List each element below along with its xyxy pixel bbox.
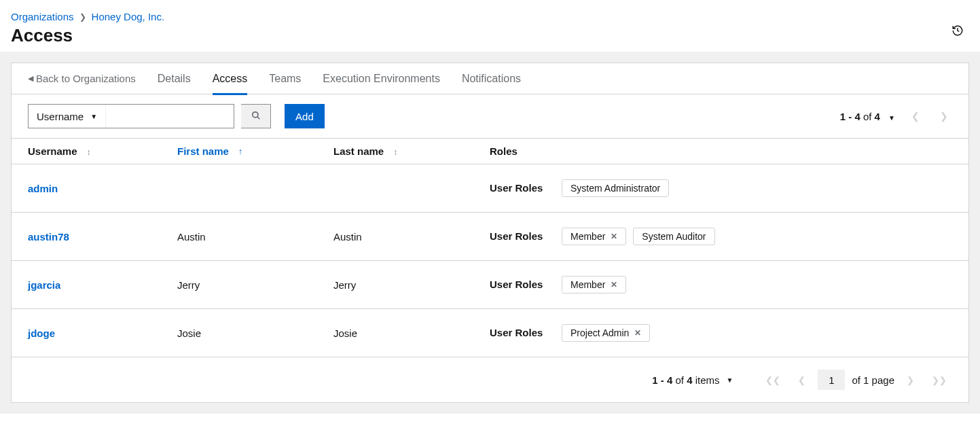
pager-last[interactable]: ❯❯ [926,375,952,385]
role-chip-label: Project Admin [570,327,629,338]
tab-execution-environments[interactable]: Execution Environments [323,63,440,94]
pager-top-text: 1 - 4 of 4 ▼ [840,111,895,122]
cell-roles: User RolesMember✕System Auditor [490,228,952,245]
caret-left-icon: ◀ [28,74,33,83]
content-area: ◀ Back to Organizations Details Access T… [0,52,980,414]
tab-teams[interactable]: Teams [269,63,301,94]
filter-field-select[interactable]: Username ▼ [29,105,106,128]
svg-point-0 [252,111,257,117]
roles-label: User Roles [490,327,548,338]
pager-prev[interactable]: ❮ [793,375,811,385]
filter-field-label: Username [37,111,84,122]
pager-next[interactable]: ❯ [901,375,920,385]
cell-roles: User RolesSystem Administrator [490,179,952,197]
pager-prev[interactable]: ❮ [907,111,924,122]
role-chip: Member✕ [562,228,626,245]
cell-last-name: Josie [333,327,490,339]
cell-first-name: Josie [177,327,333,339]
th-roles: Roles [490,145,952,157]
roles-label: User Roles [490,230,548,242]
sort-asc-icon: ↑ [238,146,243,156]
role-chip-label: Member [570,231,605,242]
close-icon[interactable]: ✕ [611,280,617,289]
user-link[interactable]: admin [28,183,58,194]
table-row: austin78AustinAustinUser RolesMember✕Sys… [12,213,968,261]
th-username[interactable]: Username↕ [28,145,177,157]
user-link[interactable]: austin78 [28,231,69,243]
pager-next[interactable]: ❯ [936,111,952,122]
cell-last-name: Jerry [333,279,490,291]
svg-line-1 [257,116,259,119]
cell-roles: User RolesMember✕ [490,276,952,293]
roles-label: User Roles [490,182,548,194]
pager-page-total: of 1 page [852,374,894,386]
role-chip: System Auditor [633,228,714,245]
role-chip: Project Admin✕ [562,324,650,342]
table-body: adminUser RolesSystem Administratorausti… [12,164,968,357]
add-button[interactable]: Add [285,104,325,128]
history-icon[interactable] [951,24,964,37]
role-chip-label: System Auditor [642,231,706,242]
search-input[interactable] [106,105,234,128]
role-chip: System Administrator [562,179,669,197]
cell-roles: User RolesProject Admin✕ [490,324,952,342]
th-first-name[interactable]: First name↑ [177,145,333,157]
cell-last-name: Austin [333,231,490,243]
table-row: jdogeJosieJosieUser RolesProject Admin✕ [12,309,968,357]
tabs: ◀ Back to Organizations Details Access T… [12,63,968,94]
table-head: Username↕ First name↑ Last name↕ Roles [12,138,968,164]
close-icon[interactable]: ✕ [611,232,617,241]
th-last-name[interactable]: Last name↕ [333,145,490,157]
page-number-input[interactable] [818,370,845,390]
pager-first[interactable]: ❮❮ [760,375,786,385]
caret-down-icon: ▼ [90,113,97,120]
breadcrumb-org[interactable]: Honey Dog, Inc. [92,11,165,22]
page-title: Access [11,25,969,46]
toolbar: Username ▼ Add 1 - 4 of 4 ▼ ❮ ❯ [12,94,968,138]
caret-down-icon[interactable]: ▼ [888,114,895,122]
tab-details[interactable]: Details [158,63,191,94]
cell-first-name: Austin [177,231,333,243]
tab-notifications[interactable]: Notifications [462,63,521,94]
access-card: ◀ Back to Organizations Details Access T… [11,63,969,403]
user-link[interactable]: jdoge [28,327,55,339]
close-icon[interactable]: ✕ [634,328,641,338]
cell-first-name: Jerry [177,279,333,291]
sort-icon: ↕ [87,147,91,157]
breadcrumb-root[interactable]: Organizations [11,11,74,22]
pager-bottom: 1 - 4 of 4 items ▼ ❮❮ ❮ of 1 page ❯ ❯❯ [12,357,968,402]
page-header: Organizations ❯ Honey Dog, Inc. Access [0,0,980,52]
role-chip: Member✕ [562,276,626,293]
tab-access[interactable]: Access [213,63,248,94]
role-chip-label: Member [570,279,605,290]
table-row: jgarciaJerryJerryUser RolesMember✕ [12,261,968,309]
tab-back-label: Back to Organizations [36,73,136,84]
sort-icon: ↕ [393,147,397,157]
roles-label: User Roles [490,279,548,290]
breadcrumb: Organizations ❯ Honey Dog, Inc. [11,11,969,22]
search-button[interactable] [241,104,271,128]
search-group: Username ▼ [28,104,234,128]
search-icon [251,111,261,122]
pager-bottom-text: 1 - 4 of 4 items ▼ [652,374,733,386]
chevron-right-icon: ❯ [79,12,86,22]
pager-top: 1 - 4 of 4 ▼ ❮ ❯ [840,111,952,122]
role-chip-label: System Administrator [570,183,660,194]
table-row: adminUser RolesSystem Administrator [12,164,968,213]
user-link[interactable]: jgarcia [28,279,60,291]
caret-down-icon[interactable]: ▼ [727,376,733,384]
tab-back-to-organizations[interactable]: ◀ Back to Organizations [28,73,136,84]
